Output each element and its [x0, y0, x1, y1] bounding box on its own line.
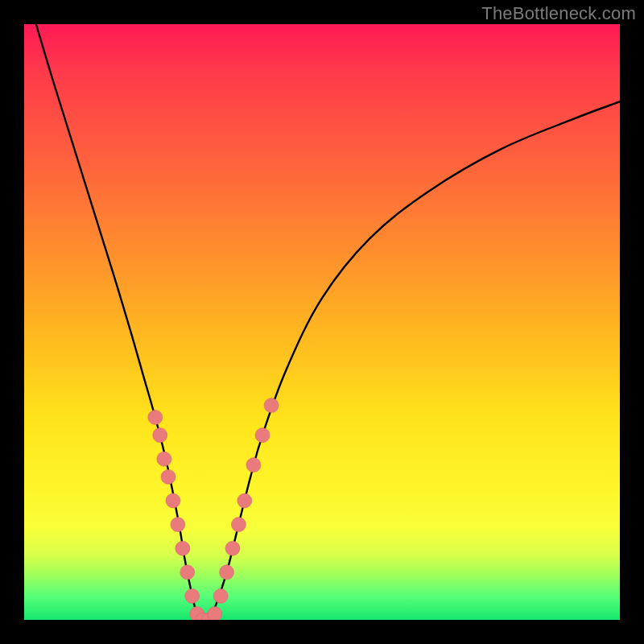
marker-dot	[225, 541, 240, 555]
outer-frame: TheBottleneck.com	[0, 0, 644, 644]
bottleneck-curve	[36, 24, 620, 620]
marker-dot	[264, 398, 279, 413]
data-markers	[148, 398, 279, 620]
marker-dot	[161, 469, 175, 484]
marker-dot	[175, 541, 190, 555]
chart-svg	[24, 24, 620, 620]
marker-dot	[220, 565, 234, 580]
watermark-text: TheBottleneck.com	[481, 3, 636, 24]
marker-dot	[213, 588, 228, 603]
marker-dot	[180, 565, 195, 580]
marker-dot	[255, 428, 270, 443]
marker-dot	[166, 493, 180, 508]
marker-dot	[231, 518, 246, 532]
marker-dot	[171, 518, 185, 532]
plot-area	[24, 24, 620, 620]
marker-dot	[208, 607, 222, 620]
marker-dot	[185, 588, 200, 603]
marker-dot	[148, 410, 163, 424]
marker-dot	[237, 493, 252, 508]
marker-dot	[153, 428, 167, 443]
marker-dot	[157, 452, 171, 466]
marker-dot	[246, 458, 261, 473]
